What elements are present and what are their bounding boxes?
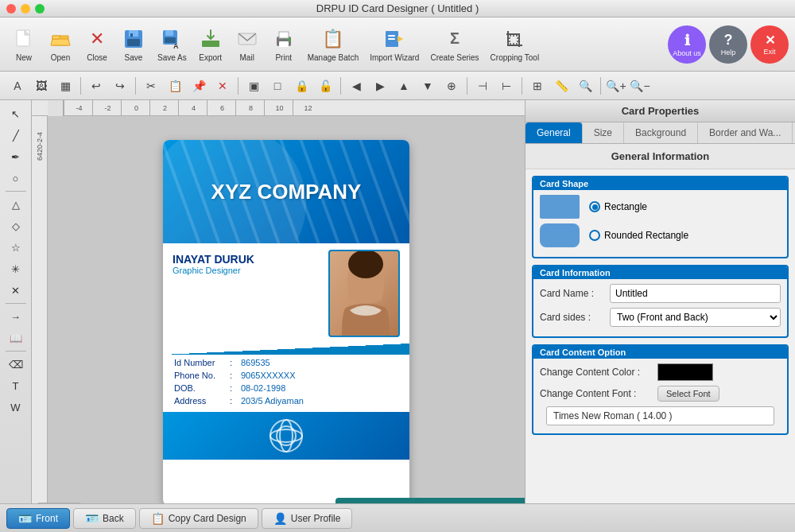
- ruler-mark: 6: [207, 100, 235, 116]
- card-name-input[interactable]: [610, 284, 781, 303]
- star-tool[interactable]: ☆: [4, 237, 28, 258]
- rectangle-radio-label[interactable]: Rectangle: [589, 201, 647, 212]
- left-tools-panel: ↖ ╱ ✒ ○ △ ◇ ☆ ✳ ✕ → 📖 ⌫ T W: [0, 100, 32, 503]
- print-button[interactable]: Print: [266, 21, 301, 68]
- align-right-button[interactable]: ⊢: [495, 76, 518, 96]
- close-icon: ✕: [84, 26, 110, 52]
- cross-tool[interactable]: ✕: [4, 280, 28, 301]
- delete-button[interactable]: ✕: [211, 76, 234, 96]
- undo-button[interactable]: ↩: [85, 76, 107, 96]
- content-color-label: Change Content Color :: [540, 367, 651, 378]
- arrow-tool[interactable]: →: [4, 306, 28, 327]
- maximize-window-button[interactable]: [35, 4, 45, 14]
- svg-rect-13: [279, 32, 289, 38]
- import-wizard-button[interactable]: Import Wizard: [365, 21, 424, 68]
- mail-icon: [235, 26, 260, 52]
- zoom-in-button[interactable]: 🔍+: [605, 76, 627, 96]
- paste-button[interactable]: 📌: [188, 76, 210, 96]
- card-information-section: Card Information Card Name : Card sides …: [532, 265, 789, 338]
- right-panel: Card Properties General Size Background …: [525, 100, 795, 503]
- front-tab[interactable]: 🪪 Front: [6, 508, 70, 529]
- ruler-mark: 2: [149, 100, 178, 116]
- rounded-radio-label[interactable]: Rounded Rectangle: [589, 230, 688, 241]
- tab-general[interactable]: General: [525, 122, 583, 143]
- content-color-picker[interactable]: [657, 363, 713, 381]
- create-series-icon: Σ: [442, 26, 467, 52]
- diamond-tool[interactable]: ◇: [4, 216, 28, 236]
- move-left-button[interactable]: ◀: [345, 76, 367, 96]
- new-button[interactable]: New: [6, 21, 41, 68]
- line-tool[interactable]: ╱: [4, 125, 28, 146]
- tab-background[interactable]: Background: [624, 122, 698, 143]
- text-left-tool[interactable]: T: [4, 375, 28, 396]
- mail-label: Mail: [240, 53, 254, 63]
- manage-batch-button[interactable]: 📋 Manage Batch: [303, 21, 364, 68]
- exit-button[interactable]: ✕ Exit: [750, 25, 789, 64]
- triangle-tool[interactable]: △: [4, 194, 28, 215]
- panel-tabs: General Size Background Border and Wa...: [525, 122, 795, 144]
- ungroup-button[interactable]: □: [266, 76, 289, 96]
- redo-button[interactable]: ↪: [109, 76, 131, 96]
- minimize-window-button[interactable]: [21, 4, 30, 14]
- special-tool[interactable]: W: [4, 397, 28, 417]
- lock-button[interactable]: 🔒: [290, 76, 312, 96]
- book-tool[interactable]: 📖: [4, 328, 28, 348]
- zoom-control[interactable]: 100% ▼: [37, 503, 82, 503]
- barcode-tool-button[interactable]: ▦: [54, 76, 76, 96]
- mail-button[interactable]: Mail: [230, 21, 265, 68]
- align-left-button[interactable]: ⊣: [471, 76, 494, 96]
- move-down-button[interactable]: ▼: [417, 76, 439, 96]
- eraser-tool[interactable]: ⌫: [4, 354, 28, 375]
- export-button[interactable]: Export: [193, 21, 228, 68]
- help-button[interactable]: ? Help: [709, 25, 747, 64]
- image-tool-button[interactable]: 🖼: [30, 76, 52, 96]
- window-controls[interactable]: [6, 4, 45, 14]
- cut-button[interactable]: ✂: [140, 76, 162, 96]
- zoom-out-button[interactable]: 🔍−: [629, 76, 651, 96]
- card-shape-section: Card Shape Rectangle Rounded Rectangle: [532, 176, 789, 258]
- new-icon: [11, 26, 37, 52]
- group-button[interactable]: ▣: [242, 76, 265, 96]
- create-series-button[interactable]: Σ Create Series: [425, 21, 483, 68]
- asterisk-tool[interactable]: ✳: [4, 258, 28, 279]
- close-button[interactable]: ✕ Close: [80, 21, 114, 68]
- preview-button[interactable]: 🔍: [574, 76, 596, 96]
- copy-card-design-tab[interactable]: 📋 Copy Card Design: [139, 508, 258, 529]
- svg-point-21: [348, 250, 383, 278]
- open-button[interactable]: Open: [43, 21, 78, 68]
- rounded-radio[interactable]: [589, 230, 600, 241]
- cropping-tool-button[interactable]: Cropping Tool: [486, 21, 545, 68]
- tools-sep1: [6, 191, 26, 192]
- ruler-button[interactable]: 📏: [550, 76, 572, 96]
- card-sides-select[interactable]: One (Front Only)Two (Front and Back): [610, 308, 781, 327]
- bottom-bar: 🪪 Front 🪪 Back 📋 Copy Card Design 👤 User…: [0, 503, 795, 532]
- sep6: [522, 77, 522, 95]
- tab-size[interactable]: Size: [583, 122, 624, 143]
- create-series-label: Create Series: [430, 53, 479, 63]
- ellipse-tool[interactable]: ○: [4, 168, 28, 188]
- back-tab[interactable]: 🪪 Back: [73, 508, 136, 529]
- user-profile-tab[interactable]: 👤 User Profile: [262, 508, 353, 529]
- center-button[interactable]: ⊕: [440, 76, 463, 96]
- select-font-button[interactable]: Select Font: [657, 386, 719, 402]
- text-tool-button[interactable]: A: [6, 76, 29, 96]
- content-font-row: Change Content Font : Select Font: [540, 386, 781, 402]
- save-button[interactable]: Save: [116, 21, 151, 68]
- save-as-button[interactable]: A Save As: [153, 21, 192, 68]
- save-icon: [121, 26, 146, 52]
- rectangle-radio[interactable]: [589, 201, 600, 212]
- grid-button[interactable]: ⊞: [526, 76, 549, 96]
- close-window-button[interactable]: [6, 4, 16, 14]
- move-up-button[interactable]: ▲: [393, 76, 415, 96]
- back-tab-label: Back: [103, 513, 124, 524]
- card-sides-row: Card sides : One (Front Only)Two (Front …: [540, 308, 781, 327]
- select-tool[interactable]: ↖: [4, 103, 28, 124]
- move-right-button[interactable]: ▶: [369, 76, 391, 96]
- copy-button[interactable]: 📋: [164, 76, 186, 96]
- tab-border[interactable]: Border and Wa...: [698, 122, 793, 143]
- unlock-button[interactable]: 🔓: [314, 76, 336, 96]
- card-info-row: Phone No. : 9065XXXXXX: [174, 371, 398, 380]
- pen-tool[interactable]: ✒: [4, 146, 28, 167]
- about-button[interactable]: ℹ About us: [668, 25, 706, 64]
- sep3: [238, 77, 238, 95]
